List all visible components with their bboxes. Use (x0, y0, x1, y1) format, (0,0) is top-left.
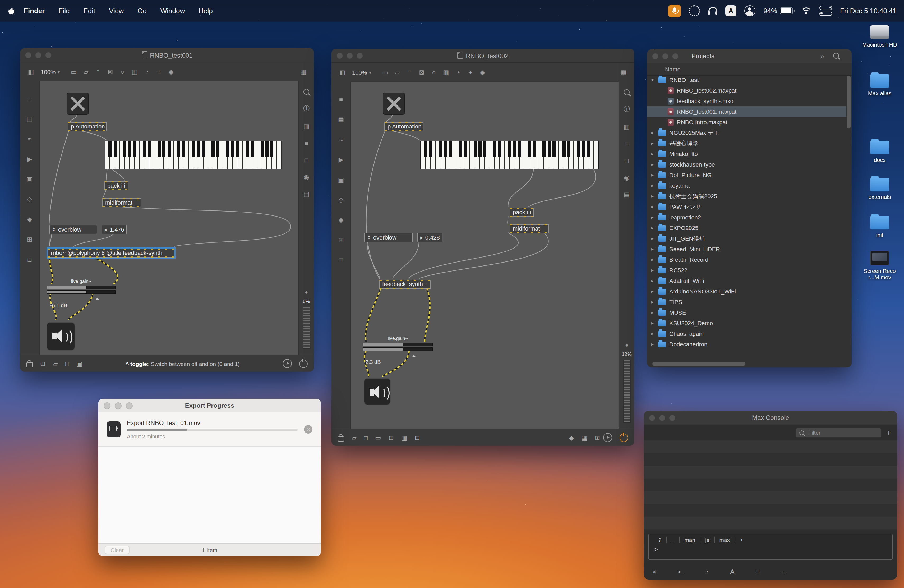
matrix-icon[interactable]: ⊞ (595, 434, 600, 441)
run-icon[interactable] (603, 433, 612, 442)
ezdac-speaker-object[interactable] (364, 378, 391, 405)
close-button[interactable] (649, 415, 655, 420)
grid-toggle-icon[interactable]: ▦ (618, 69, 629, 76)
desktop-icon-externals[interactable]: externals (859, 178, 900, 200)
disclosure-icon[interactable]: ▸ (651, 247, 658, 252)
audio-meter-icon[interactable]: ≈ (28, 135, 31, 143)
screen-mirroring-icon[interactable] (689, 5, 700, 16)
disclosure-icon[interactable]: ▸ (651, 236, 658, 241)
disclosure-icon[interactable]: ▸ (651, 183, 658, 188)
record-icon[interactable]: ● (625, 342, 628, 348)
snapshot-icon[interactable]: ◉ (304, 174, 309, 181)
text-size-icon[interactable]: A (730, 568, 734, 576)
minimize-button[interactable] (347, 53, 352, 58)
disclosure-icon[interactable]: ▸ (651, 215, 658, 220)
media-browser-icon[interactable]: ▣ (27, 175, 33, 183)
console-panel-icon[interactable]: ▤ (27, 115, 33, 123)
attachments-icon[interactable]: ◇ (338, 196, 343, 204)
audio-toggle-icon[interactable] (299, 359, 308, 368)
overflow-chevrons-icon[interactable]: » (820, 52, 824, 60)
project-row[interactable]: ▸ EXPO2025 (647, 223, 846, 233)
project-row[interactable]: ▸ MUSE (647, 307, 846, 318)
patcher-canvas[interactable]: p Automation pack i i midiformat ▲▼overb… (40, 81, 298, 355)
project-row[interactable]: RNBO Intro.maxpat (647, 117, 846, 127)
disclosure-icon[interactable]: ▸ (651, 204, 658, 209)
patcher-windows-icon[interactable]: □ (65, 360, 69, 367)
battery-status[interactable]: 94% (763, 7, 793, 15)
project-row[interactable]: ▸ Dot_Picture_NG (647, 170, 846, 180)
live-gain-slider[interactable]: live.gain~ (363, 336, 433, 352)
pack-object[interactable]: pack i i (510, 208, 534, 217)
project-icon[interactable]: ▣ (76, 360, 82, 367)
disclosure-icon[interactable]: ▸ (651, 151, 658, 156)
project-row[interactable]: ▸ Adafruit_WiFi (647, 275, 846, 286)
title-bar[interactable]: RNBO_test002 (332, 49, 634, 63)
disclosure-icon[interactable]: ▸ (651, 141, 658, 146)
close-button[interactable] (25, 52, 31, 58)
project-row[interactable]: RNBO_test002.maxpat (647, 85, 846, 96)
project-row[interactable]: ▸ Seeed_Mini_LiDER (647, 244, 846, 254)
record-icon[interactable]: ● (305, 289, 308, 295)
console-list-icon[interactable]: ≡ (305, 140, 308, 147)
midiformat-object[interactable]: midiformat (510, 224, 549, 233)
midiformat-object[interactable]: midiformat (102, 198, 141, 207)
snippets-icon[interactable]: ▶ (338, 156, 343, 163)
feedback-synth-object[interactable]: feedback_synth~ (379, 280, 431, 289)
project-row[interactable]: ▸ TIPS (647, 297, 846, 307)
console-tab[interactable]: max (714, 537, 735, 543)
disclosure-icon[interactable]: ▸ (651, 341, 658, 347)
desktop-icon-max-alias[interactable]: Max alias (859, 74, 900, 96)
project-row[interactable]: ▸ RC522 (647, 265, 846, 275)
console-rows[interactable] (644, 441, 897, 530)
project-row[interactable]: ▸ koyama (647, 180, 846, 191)
lock-icon[interactable] (338, 436, 344, 441)
audio-meter-icon[interactable]: ≈ (339, 136, 343, 143)
menu-item[interactable]: View (102, 7, 131, 15)
gain-thumb-icon[interactable] (412, 353, 416, 357)
new-message-icon[interactable]: ▱ (81, 68, 92, 76)
scroll-thumb[interactable] (847, 76, 850, 128)
project-row[interactable]: ▸ KSU2024_Demo (647, 318, 846, 328)
number-box[interactable]: ▶1.476 (101, 225, 127, 234)
disclosure-icon[interactable]: ▸ (651, 162, 658, 167)
transport-icon[interactable]: ◔ (141, 68, 152, 76)
paint-icon[interactable]: ◆ (27, 216, 32, 223)
log-level-icon[interactable]: ≡ (756, 568, 760, 576)
ezdac-speaker-object[interactable] (46, 322, 75, 351)
subpatcher-automation-object[interactable]: p Automation (384, 122, 424, 131)
paint-mode-icon[interactable]: ◆ (166, 68, 177, 76)
snapshot-icon[interactable]: ◉ (624, 174, 630, 181)
back-icon[interactable]: ← (781, 568, 788, 576)
new-object-icon[interactable]: ▭ (379, 69, 391, 76)
project-row[interactable]: ▸ Breath_Record (647, 254, 846, 265)
reference-icon[interactable]: ▥ (303, 123, 310, 130)
snippets-icon[interactable]: ▶ (27, 155, 32, 163)
zoom-button[interactable] (672, 53, 678, 59)
console-tab[interactable]: + (735, 537, 748, 543)
disclosure-icon[interactable]: ▸ (651, 172, 658, 178)
live-gain-slider[interactable]: live.gain~ (46, 279, 116, 295)
menu-item[interactable]: Window (153, 7, 192, 15)
presentation-icon[interactable]: □ (364, 434, 368, 441)
media-browser-icon[interactable]: ▣ (338, 176, 344, 183)
close-button[interactable] (337, 53, 343, 58)
project-row[interactable]: ▸ NGU2025Max デモ (647, 127, 846, 138)
add-object-icon[interactable]: + (465, 69, 476, 76)
toggle-object[interactable] (66, 93, 89, 115)
disclosure-icon[interactable]: ▸ (651, 299, 658, 305)
cancel-export-icon[interactable]: × (304, 425, 313, 434)
comments-icon[interactable]: ▭ (375, 434, 381, 441)
volume-strip[interactable] (303, 307, 310, 349)
paint-icon[interactable]: ◆ (338, 216, 343, 224)
pack-object[interactable]: pack i i (104, 181, 128, 190)
subpatcher-automation-object[interactable]: p Automation (68, 122, 107, 131)
project-row[interactable]: ▸ leapmotion2 (647, 212, 846, 223)
close-button[interactable] (652, 53, 658, 59)
number-box[interactable]: ▶0.428 (417, 233, 443, 242)
console-tab[interactable]: _ (667, 537, 680, 543)
scroll-thumb[interactable] (652, 362, 745, 366)
run-icon[interactable] (283, 359, 292, 368)
mixer-icon[interactable]: ▤ (303, 190, 310, 198)
selection-icon[interactable]: ▱ (352, 434, 356, 441)
inspector-panel-icon[interactable]: □ (339, 256, 343, 264)
